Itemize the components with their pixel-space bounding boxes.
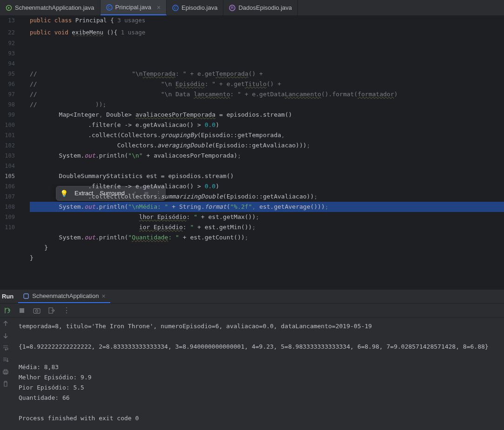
close-icon[interactable]: × xyxy=(101,292,105,300)
code-line[interactable]: lhor Episódio: " + est.getMax()); xyxy=(30,212,504,222)
line-number: 100 xyxy=(0,120,22,130)
tab-label: DadosEpisodio.java xyxy=(238,4,292,11)
line-number: 95 xyxy=(0,69,22,79)
line-number: 98 xyxy=(0,99,22,110)
svg-text:R: R xyxy=(231,6,234,10)
editor-tabs: ScheenmatchApplication.java C Principal.… xyxy=(0,0,504,16)
svg-rect-8 xyxy=(20,308,24,313)
tab-dadosepisodio[interactable]: R DadosEpisodio.java xyxy=(223,0,298,15)
class-name: Principal xyxy=(75,17,107,24)
line-number: 109 xyxy=(0,212,22,222)
run-side-toolbar xyxy=(0,318,13,430)
gutter: 9293949596979899100101102103104105106107… xyxy=(0,36,22,289)
code-line[interactable]: // )); xyxy=(30,99,504,110)
line-number: 22 xyxy=(0,29,22,36)
scroll-icon[interactable] xyxy=(2,357,11,365)
close-icon[interactable]: × xyxy=(157,4,161,11)
stop-icon[interactable] xyxy=(18,306,26,315)
line-number: 103 xyxy=(0,151,22,161)
exit-icon[interactable] xyxy=(47,306,56,315)
code-line[interactable]: // "\n Data lançamento: " + e.getDataLan… xyxy=(30,89,504,99)
line-number: 92 xyxy=(0,38,22,48)
line-number: 97 xyxy=(0,89,22,99)
line-number: 107 xyxy=(0,192,22,202)
code-line[interactable]: Collectors.averagingDouble(Episodio::get… xyxy=(30,140,504,151)
trash-icon[interactable] xyxy=(2,381,11,389)
run-title[interactable]: Run xyxy=(2,293,13,300)
line-number: 108 xyxy=(0,202,22,212)
tab-principal[interactable]: C Principal.java × xyxy=(101,0,167,15)
run-panel: Run ScheenmatchApplication × ⋮ temporada… xyxy=(0,289,504,430)
code-line[interactable]: .filter(e -> e.getAvaliacao() > 0.0) xyxy=(30,181,504,192)
tab-episodio[interactable]: C Episodio.java xyxy=(167,0,223,15)
run-config-label: ScheenmatchApplication xyxy=(32,292,99,299)
code-line[interactable]: ior Episódio: " + est.getMin()); xyxy=(30,222,504,232)
svg-text:C: C xyxy=(108,5,111,10)
code-line[interactable]: // "\nTemporada: " + e.getTemporada() + xyxy=(30,69,504,79)
code-line[interactable]: } xyxy=(30,243,504,253)
code-line[interactable]: .collect(Collectors.groupingBy(Episodio:… xyxy=(30,130,504,140)
svg-text:C: C xyxy=(174,6,177,10)
method-name: exibeMenu xyxy=(72,29,103,36)
camera-icon[interactable] xyxy=(33,306,41,315)
svg-rect-7 xyxy=(24,294,28,298)
code-editor[interactable]: 9293949596979899100101102103104105106107… xyxy=(0,36,504,289)
line-number: 94 xyxy=(0,59,22,69)
svg-point-10 xyxy=(36,310,38,312)
usages-hint[interactable]: 3 usages xyxy=(117,17,145,24)
class-icon: C xyxy=(172,5,179,11)
keyword-class: class xyxy=(54,17,72,24)
run-tool-tabs: Run ScheenmatchApplication × xyxy=(0,290,504,304)
code-line[interactable]: .collect(Collectors.summarizingDouble(Ep… xyxy=(30,192,504,202)
code-line[interactable]: System.out.println("\nMédia: " + String.… xyxy=(30,202,504,212)
record-icon: R xyxy=(229,5,235,11)
svg-rect-13 xyxy=(4,370,7,371)
line-number: 101 xyxy=(0,130,22,140)
breadcrumb: 13 public class Principal { 3 usages 22 … xyxy=(0,16,504,36)
line-number: 96 xyxy=(0,79,22,89)
code-line[interactable]: System.out.println("\n" + avaliacoesPorT… xyxy=(30,151,504,161)
more-icon[interactable]: ⋮ xyxy=(62,306,71,315)
tab-label: ScheenmatchApplication.java xyxy=(15,4,94,11)
rerun-icon[interactable] xyxy=(3,306,11,315)
line-number: 104 xyxy=(0,161,22,171)
keyword-public: public xyxy=(30,29,51,36)
run-icon xyxy=(6,5,12,11)
run-toolbar: ⋮ xyxy=(0,304,504,318)
code-area[interactable]: 💡 Extract Surround ⫽ ≣ ⋮ // "\nTemporada… xyxy=(22,36,504,289)
tab-label: Principal.java xyxy=(115,4,151,11)
line-number: 99 xyxy=(0,110,22,120)
app-icon xyxy=(23,293,29,299)
keyword-void: void xyxy=(54,29,68,36)
code-line[interactable]: System.out.println("Quantidade: " + est.… xyxy=(30,232,504,243)
tab-label: Episodio.java xyxy=(181,4,217,11)
soft-wrap-icon[interactable] xyxy=(2,344,11,353)
line-number: 110 xyxy=(0,222,22,232)
usages-hint[interactable]: 1 usage xyxy=(121,29,146,36)
code-line[interactable] xyxy=(30,161,504,171)
code-line[interactable]: Map<Integer, Double> avaliacoesPorTempor… xyxy=(30,110,504,120)
console-output[interactable]: temporada=8, titulo='The Iron Throne', n… xyxy=(13,318,504,430)
line-number: 105 xyxy=(0,171,22,181)
run-config-tab[interactable]: ScheenmatchApplication × xyxy=(18,290,110,303)
line-number: 93 xyxy=(0,48,22,59)
line-number: 102 xyxy=(0,140,22,151)
code-line[interactable]: // "\n Episódio: " + e.getTitulo() + xyxy=(30,79,504,89)
down-icon[interactable] xyxy=(2,332,11,341)
line-number: 13 xyxy=(0,17,22,24)
class-icon: C xyxy=(106,4,113,11)
code-line[interactable]: } xyxy=(30,253,504,263)
code-line[interactable]: DoubleSummaryStatistics est = episodios.… xyxy=(30,171,504,181)
print-icon[interactable] xyxy=(2,369,11,377)
svg-rect-9 xyxy=(34,309,40,313)
keyword-public: public xyxy=(30,17,51,24)
code-line[interactable]: .filter(e -> e.getAvaliacao() > 0.0) xyxy=(30,120,504,130)
tab-scheenmatch[interactable]: ScheenmatchApplication.java xyxy=(0,0,101,15)
up-icon[interactable] xyxy=(2,320,11,329)
line-number: 106 xyxy=(0,181,22,192)
